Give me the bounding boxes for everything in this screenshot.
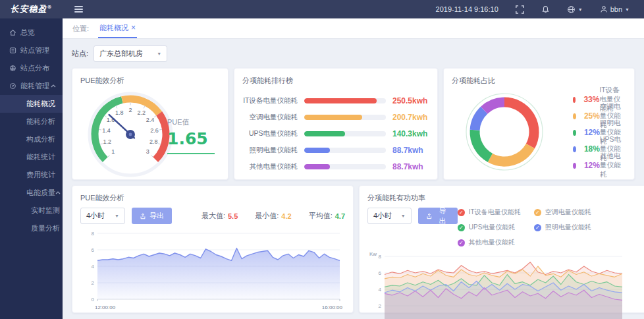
ranking-row[interactable]: UPS电量仪能耗 140.3kwh: [242, 125, 429, 142]
svg-text:2: 2: [379, 303, 382, 309]
bar-track: [304, 98, 386, 103]
ranking-value: 250.5kwh: [386, 96, 429, 105]
svg-text:1.4: 1.4: [102, 127, 111, 134]
menu-toggle-icon[interactable]: [74, 6, 83, 13]
sidebar-item-realtime-monitoring[interactable]: 实时监测: [0, 202, 63, 219]
sidebar-item-site-management[interactable]: 站点管理: [0, 42, 63, 59]
pue-gauge-chart[interactable]: 11.21.41.61.822.22.42.62.83: [80, 87, 180, 181]
pue-trend-chart[interactable]: 0246812:00:0016:00:00: [80, 227, 345, 314]
sidebar-item-label: 总览: [20, 28, 35, 38]
sidebar-item-composition-analysis[interactable]: 构成分析: [0, 130, 63, 148]
ranking-row[interactable]: 照明电量仪能耗 88.7kwh: [242, 142, 429, 158]
sidebar-group-energy-management[interactable]: 能耗管理: [0, 77, 63, 95]
ranking-value: 88.7kwh: [386, 146, 429, 155]
sidebar-item-overview[interactable]: 总览: [0, 24, 63, 42]
power-legend-item[interactable]: ✓ UPS电量仪能耗: [458, 223, 534, 232]
pue-value: 1.65: [167, 129, 215, 148]
legend-check-icon: ✓: [534, 224, 541, 231]
trend-export-button[interactable]: 导出: [132, 208, 172, 224]
language-globe-icon[interactable]: ▼: [567, 5, 583, 14]
energy-ranking-card: 分项能耗排行榜 IT设备电量仪能耗 250.5kwh 空调电量仪能耗 200.7…: [234, 68, 438, 180]
svg-text:2.6: 2.6: [150, 127, 159, 134]
datetime-display: 2019-11-14 9:16:10: [436, 5, 498, 13]
sidebar-item-label: 费用统计: [26, 170, 55, 180]
export-icon: [426, 213, 433, 219]
power-trend-chart[interactable]: Kw0246812:00:0016:00:00: [367, 250, 644, 319]
registered-mark: ®: [47, 4, 53, 10]
svg-text:2.4: 2.4: [146, 117, 155, 123]
svg-text:6: 6: [92, 247, 95, 253]
card-title: 分项能耗有功功率: [367, 193, 644, 203]
ranking-value: 200.7kwh: [386, 113, 429, 122]
svg-text:12:00:00: 12:00:00: [95, 304, 116, 310]
bar-fill: [304, 131, 345, 136]
user-caret-icon: ▼: [625, 7, 630, 12]
sidebar-group-power-quality[interactable]: 电能质量: [0, 184, 63, 202]
site-select-value: 广东总部机房: [99, 49, 143, 59]
svg-text:3: 3: [146, 148, 149, 155]
sidebar-nav: 总览 站点管理 站点分布 能耗管理 能耗概况 能耗分析 构成分析: [0, 18, 63, 319]
sidebar-item-energy-overview[interactable]: 能耗概况: [0, 95, 63, 113]
bar-track: [304, 115, 386, 120]
legend-label: UPS电量仪能耗: [469, 223, 516, 232]
sidebar-item-label: 实时监测: [31, 206, 60, 216]
fullscreen-icon[interactable]: [516, 5, 524, 14]
sidebar-item-label: 质量分析: [31, 223, 60, 233]
tab-energy-overview[interactable]: 能耗概况 ×: [98, 18, 137, 38]
legend-check-icon: ✓: [458, 224, 465, 231]
sidebar-item-quality-analysis[interactable]: 质量分析: [0, 219, 63, 237]
bar-track: [304, 148, 386, 153]
power-export-button[interactable]: 导出: [418, 208, 458, 224]
user-menu[interactable]: bbn ▼: [600, 5, 630, 13]
site-select[interactable]: 广东总部机房 ▼: [94, 45, 167, 62]
power-legend: ✓ IT设备电量仪能耗 ✓ 空调电量仪能耗 ✓ UPS电量仪能耗: [458, 208, 644, 247]
chevron-up-icon: [55, 191, 61, 194]
trend-period-value: 4小时: [86, 211, 105, 221]
home-icon: [9, 29, 16, 37]
ranking-row[interactable]: 空调电量仪能耗 200.7kwh: [242, 109, 429, 125]
legend-label: 其他电量仪能耗: [469, 238, 515, 247]
svg-text:0: 0: [92, 297, 95, 303]
legend-percent: 25%: [584, 111, 600, 121]
power-period-select[interactable]: 4小时 ▼: [367, 208, 412, 224]
notifications-bell-icon[interactable]: [541, 5, 550, 14]
bar-fill: [304, 115, 362, 120]
legend-dot-icon: [573, 146, 576, 152]
legend-check-icon: ✓: [534, 209, 541, 216]
power-legend-item[interactable]: ✓ 其他电量仪能耗: [458, 238, 534, 247]
ranking-value: 140.3kwh: [386, 129, 429, 138]
power-legend-item[interactable]: ✓ IT设备电量仪能耗: [458, 208, 534, 217]
tab-close-icon[interactable]: ×: [131, 23, 136, 32]
legend-label: 空调电量仪能耗: [545, 208, 591, 217]
legend-percent: 33%: [583, 95, 599, 104]
sidebar-item-energy-statistics[interactable]: 能耗统计: [0, 148, 63, 166]
ranking-label: 其他电量仪能耗: [242, 162, 304, 171]
logo-text: 长安稳盈: [11, 4, 47, 14]
export-label: 导出: [435, 206, 449, 226]
bar-track: [304, 164, 386, 169]
svg-text:2.8: 2.8: [149, 138, 158, 145]
sidebar-item-site-distribution[interactable]: 站点分布: [0, 59, 63, 77]
power-legend-item[interactable]: ✓ 照明电量仪能耗: [534, 223, 610, 232]
legend-percent: 12%: [584, 128, 600, 137]
bar-fill: [304, 98, 377, 103]
card-title: PUE能效分析: [80, 193, 345, 203]
proportion-donut-chart[interactable]: [461, 88, 548, 177]
ranking-label: IT设备电量仪能耗: [242, 96, 304, 105]
sidebar-item-energy-analysis[interactable]: 能耗分析: [0, 113, 63, 130]
sidebar-item-label: 站点分布: [20, 63, 49, 73]
sidebar-group-label: 电能质量: [26, 188, 55, 198]
ranking-row[interactable]: IT设备电量仪能耗 250.5kwh: [242, 92, 429, 109]
proportion-legend-item[interactable]: 12% 其他电量仪能耗: [573, 158, 626, 174]
power-legend-item[interactable]: ✓ 空调电量仪能耗: [534, 208, 610, 217]
ranking-row[interactable]: 其他电量仪能耗 88.7kwh: [242, 158, 429, 175]
sidebar-item-label: 站点管理: [20, 45, 49, 55]
svg-text:2: 2: [92, 280, 95, 286]
site-selector-row: 站点: 广东总部机房 ▼: [72, 45, 635, 62]
legend-dot-icon: [573, 97, 576, 103]
stat-label: 最大值:: [201, 211, 225, 221]
legend-label: 照明电量仪能耗: [545, 223, 591, 232]
sidebar-item-cost-statistics[interactable]: 费用统计: [0, 166, 63, 184]
svg-text:16:00:00: 16:00:00: [322, 304, 343, 310]
trend-period-select[interactable]: 4小时 ▼: [80, 208, 125, 224]
